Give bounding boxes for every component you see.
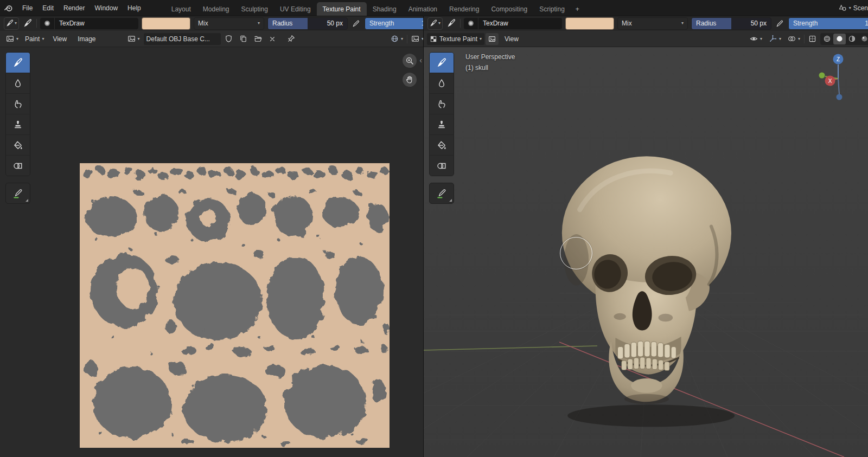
tool-fill-button[interactable] [6, 135, 30, 156]
tab-scripting[interactable]: Scripting [533, 2, 571, 16]
tool-clone-button[interactable] [6, 114, 30, 135]
image-datablock-name[interactable]: Default OBJ Base C... [144, 33, 221, 45]
gizmo-x-label: X [828, 78, 832, 84]
subtool-corner-indicator [25, 199, 28, 202]
editor-mode-dropdown[interactable]: Paint ▾ [22, 33, 47, 45]
tool-smear-button[interactable] [6, 94, 30, 114]
interaction-mode-dropdown[interactable]: Texture Paint ▾ [427, 33, 484, 45]
tool-draw-button[interactable] [430, 53, 454, 73]
overlays-dropdown[interactable]: ▾ [785, 33, 803, 45]
viewport-navigation-gizmo[interactable]: Z X [815, 52, 861, 108]
fake-user-toggle[interactable] [222, 33, 235, 45]
strength-label: Strength [369, 18, 394, 29]
tool-soften-button[interactable] [430, 73, 454, 94]
brush-preview-button[interactable] [464, 18, 478, 29]
annotate-pen-icon [13, 189, 23, 198]
chevron-down-icon: ▾ [16, 37, 18, 41]
add-workspace-button[interactable]: + [571, 2, 584, 16]
shading-wireframe-button[interactable] [821, 34, 833, 44]
unlink-image-button[interactable] [266, 33, 279, 45]
brush-preview-button[interactable] [40, 18, 55, 29]
editor-divider[interactable] [423, 16, 424, 457]
menu-render[interactable]: Render [59, 0, 90, 16]
tab-animation[interactable]: Animation [403, 2, 443, 16]
clone-stamp-icon [13, 120, 23, 130]
tab-compositing[interactable]: Compositing [485, 2, 533, 16]
image-editor-icon [6, 35, 14, 43]
menu-view[interactable]: View [500, 35, 524, 43]
workspace-tabs: Layout Modeling Sculpting UV Editing Tex… [165, 0, 584, 16]
texture-canvas[interactable] [80, 163, 390, 448]
tool-annotate-button[interactable] [429, 183, 454, 204]
tool-annotate-button[interactable] [5, 183, 30, 204]
browse-image-dropdown[interactable]: ▾ [125, 33, 143, 45]
strength-slider[interactable]: Strength 1. [365, 17, 431, 30]
scene-name: Scen [853, 4, 868, 12]
tool-mask-button[interactable] [6, 156, 30, 176]
active-tool-dropdown[interactable]: ▾ [4, 17, 19, 30]
clone-stamp-icon [437, 120, 446, 130]
xray-toggle[interactable] [806, 33, 819, 45]
topbar: File Edit Render Window Help Layout Mode… [0, 0, 868, 16]
paint-color-swatch[interactable] [142, 17, 190, 30]
menu-window[interactable]: Window [90, 0, 123, 16]
pan-button[interactable] [403, 73, 417, 87]
editor-type-dropdown[interactable]: ▾ [3, 33, 21, 45]
zoom-button[interactable] [403, 54, 417, 68]
active-tool-dropdown[interactable]: ▾ [427, 17, 443, 30]
object-visibility-dropdown[interactable]: ▾ [747, 33, 765, 45]
radius-pressure-toggle[interactable] [351, 18, 361, 29]
tab-sculpting[interactable]: Sculpting [235, 2, 274, 16]
image-icon [411, 35, 419, 43]
draw-brush-icon [13, 58, 23, 68]
paint-color-swatch[interactable] [565, 17, 614, 30]
brush-selector: TexDraw [40, 18, 138, 29]
blender-menu-button[interactable] [0, 3, 17, 13]
tool-clone-button[interactable] [430, 114, 454, 135]
radius-slider[interactable]: Radius 50 px [267, 17, 348, 30]
tool-draw-button[interactable] [6, 53, 30, 73]
folder-icon [254, 35, 262, 43]
tab-uv-editing[interactable]: UV Editing [274, 2, 317, 16]
blend-mode-dropdown[interactable]: Mix ▾ [617, 17, 688, 30]
tool-soften-button[interactable] [6, 73, 30, 94]
tool-fill-button[interactable] [430, 135, 454, 156]
menu-edit[interactable]: Edit [37, 0, 59, 16]
tab-rendering[interactable]: Rendering [443, 2, 485, 16]
pin-image-toggle[interactable] [284, 33, 298, 45]
brush-datablock-icon-button[interactable] [22, 18, 33, 29]
menu-image[interactable]: Image [73, 35, 100, 43]
gizmos-dropdown[interactable]: ▾ [766, 33, 784, 45]
gizmo-axes-icon [769, 35, 777, 43]
tool-mask-button[interactable] [430, 156, 454, 176]
scene-selector[interactable]: ▾ Scen [834, 0, 868, 16]
radius-pressure-toggle[interactable] [775, 18, 785, 29]
brush-cursor-circle [560, 237, 592, 269]
blend-mode-dropdown[interactable]: Mix ▾ [194, 17, 264, 30]
tab-texture-paint[interactable]: Texture Paint [317, 2, 367, 16]
shading-rendered-button[interactable] [858, 34, 868, 44]
tool-smear-button[interactable] [430, 94, 454, 114]
radius-slider[interactable]: Radius 50 px [691, 17, 771, 30]
menu-file[interactable]: File [17, 0, 37, 16]
wireframe-sphere-icon [823, 35, 831, 43]
menu-help[interactable]: Help [123, 0, 146, 16]
strength-slider[interactable]: Strength 1.0 [788, 17, 868, 30]
brush-name-field[interactable]: TexDraw [478, 18, 562, 29]
viewport-3d[interactable]: User Perspective (1) skull [424, 47, 868, 457]
open-image-button[interactable] [251, 33, 265, 45]
brush-name-field[interactable]: TexDraw [55, 18, 138, 29]
sidebar-collapse-arrow[interactable]: ‹ [419, 56, 422, 65]
shading-material-button[interactable] [846, 34, 858, 44]
display-channels-dropdown[interactable]: ▾ [388, 33, 406, 45]
duplicate-image-button[interactable] [237, 33, 250, 45]
brush-selector: TexDraw [464, 18, 562, 29]
tab-modeling[interactable]: Modeling [197, 2, 235, 16]
fill-bucket-icon [437, 140, 446, 150]
tab-layout[interactable]: Layout [165, 2, 197, 16]
menu-view[interactable]: View [48, 35, 72, 43]
texture-slot-button[interactable] [486, 33, 499, 45]
tab-shading[interactable]: Shading [367, 2, 403, 16]
brush-datablock-icon-button[interactable] [446, 18, 457, 29]
shading-solid-button[interactable] [833, 34, 846, 44]
